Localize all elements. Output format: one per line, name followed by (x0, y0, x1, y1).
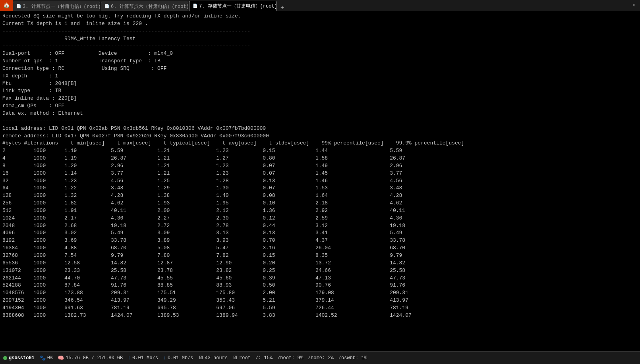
tab-3[interactable]: 📄 7. 存储节点一（甘肃电信）(root)L... × (189, 1, 276, 11)
upload-item: ↑ 0.01 Mb/s (128, 355, 158, 361)
disk-oswbb-item: /oswbb: 1% (338, 355, 367, 361)
config-max-inline: Max inline data : 220[B] (2, 95, 638, 102)
table-row: 2097152 1000 346.54 413.97 349.29 350.43… (2, 297, 638, 304)
tab-1[interactable]: 📄 3. 计算节点一（甘肃电信）(root)Lo (13, 2, 100, 11)
config-rdma-cm: rdma_cm QPs : OFF (2, 102, 638, 110)
config-num-qps: Number of qps : 1 Transport type : IB (2, 58, 638, 65)
disk-home-val: /home: 2% (308, 355, 334, 361)
table-row: 16 1000 1.14 3.77 1.21 1.23 0.07 1.45 3.… (2, 170, 638, 177)
table-row: 512 1000 1.91 40.11 2.00 2.12 1.36 2.92 … (2, 207, 638, 215)
config-dual-port: Dual-port : OFF Device : mlx4_0 (2, 50, 638, 58)
table-row: 64 1000 1.22 3.48 1.29 1.30 0.07 1.53 3.… (2, 185, 638, 192)
config-link-type: Link type : IB (2, 87, 638, 95)
close-window-button[interactable]: × (631, 2, 637, 9)
mem-icon: 🧠 (58, 355, 64, 361)
disk-boot-val: /boot: 9% (277, 355, 303, 361)
table-row: 32 1000 1.23 4.56 1.25 1.28 0.13 1.46 4.… (2, 177, 638, 185)
tab-1-label: 3. 计算节点一（甘肃电信）(root)Lo (23, 3, 100, 10)
separator-2: ----------------------------------------… (2, 42, 638, 50)
time-val: 43 hours (205, 355, 228, 361)
table-row: 2 1000 1.19 5.59 1.21 1.23 0.15 1.44 5.5… (2, 147, 638, 155)
disk-boot-item: /boot: 9% (277, 355, 303, 361)
window-controls: × (631, 2, 640, 9)
table-row: 131072 1000 23.33 25.58 23.78 23.82 0.25… (2, 267, 638, 275)
table-row: 128 1000 1.32 4.28 1.38 1.40 0.08 1.64 4… (2, 192, 638, 200)
time-item: 🖥 43 hours (198, 355, 228, 361)
cpu-item: 🐾 0% (39, 355, 53, 361)
table-row: 32768 1000 7.54 9.79 7.80 7.82 0.15 8.35… (2, 252, 638, 260)
table-row: 1048576 1000 173.88 209.31 175.51 175.80… (2, 289, 638, 297)
table-row: 4194304 1000 691.63 781.19 695.78 697.06… (2, 304, 638, 312)
upload-val: 0.01 Mb/s (132, 355, 158, 361)
table-row: 8388608 1000 1382.73 1424.07 1389.53 138… (2, 312, 638, 320)
tab-2-label: 6. 计算节点六（甘肃电信）(root)Lo (111, 3, 188, 10)
local-address: local address: LID 0x01 QPN 0x02ab PSN 0… (2, 125, 638, 133)
table-row: 262144 1000 44.70 47.73 45.55 45.60 0.39… (2, 275, 638, 282)
separator-3: ----------------------------------------… (2, 117, 638, 125)
disk-root-val: /: 15% (255, 355, 273, 361)
remote-address: remote address: LID 0x17 QPN 0x027f PSN … (2, 133, 638, 140)
table-row: 8 1000 1.20 2.96 1.21 1.23 0.07 1.49 2.9… (2, 162, 638, 170)
download-icon: ↓ (163, 355, 166, 361)
tab-1-icon: 📄 (16, 4, 21, 9)
disk-home-item: /home: 2% (308, 355, 334, 361)
add-tab-button[interactable]: + (277, 4, 287, 11)
tabs-container: 📄 3. 计算节点一（甘肃电信）(root)Lo 📄 6. 计算节点六（甘肃电信… (13, 0, 631, 11)
table-row: 4 1000 1.19 26.87 1.21 1.27 0.80 1.58 26… (2, 155, 638, 162)
mem-item: 🧠 15.76 GB / 251.80 GB (58, 355, 123, 361)
config-data-method: Data ex. method : Ethernet (2, 110, 638, 117)
download-val: 0.01 Mb/s (168, 355, 193, 361)
data-rows-container: 2 1000 1.19 5.59 1.21 1.23 0.15 1.44 5.5… (2, 147, 638, 319)
disk-root-item: /: 15% (255, 355, 273, 361)
user-icon: 🖥 (232, 355, 238, 361)
warning-line-2: Current TX depth is 1 and inline size is… (2, 20, 638, 28)
config-mtu: Mtu : 2048[B] (2, 80, 638, 88)
table-row: 2048 1000 2.68 19.18 2.72 2.78 0.44 3.12… (2, 222, 638, 230)
title-bar: 🏠 📄 3. 计算节点一（甘肃电信）(root)Lo 📄 6. 计算节点六（甘肃… (0, 0, 640, 11)
disk-oswbb-val: /oswbb: 1% (338, 355, 367, 361)
table-row: 16384 1000 4.88 68.70 5.08 5.47 3.16 26.… (2, 245, 638, 252)
terminal-area[interactable]: Requested SQ size might be too big. Try … (0, 11, 640, 351)
home-button[interactable]: 🏠 (0, 0, 13, 11)
separator-1: ----------------------------------------… (2, 28, 638, 35)
table-row: 65536 1000 12.58 14.82 12.87 12.90 0.20 … (2, 260, 638, 267)
clock-icon: 🖥 (198, 355, 203, 361)
table-row: 256 1000 1.82 4.62 1.93 1.95 0.10 2.18 4… (2, 200, 638, 207)
table-row: 8192 1000 3.69 33.78 3.89 3.93 0.70 4.37… (2, 237, 638, 245)
tab-3-icon: 📄 (193, 4, 197, 8)
tab-3-label: 7. 存储节点一（甘肃电信）(root)L... (199, 3, 276, 10)
user-item: 🖥 root (232, 355, 251, 361)
upload-icon: ↑ (128, 355, 131, 361)
separator-end: ----------------------------------------… (2, 320, 638, 327)
col-header: #bytes #iterations t_min[usec] t_max[use… (2, 140, 638, 147)
hostname: gsbssto01 (9, 355, 35, 361)
table-row: 4096 1000 3.02 5.49 3.09 3.13 0.13 3.41 … (2, 229, 638, 237)
tab-2-icon: 📄 (104, 4, 109, 9)
mem-val: 15.76 GB / 251.80 GB (66, 355, 123, 361)
warning-line-1: Requested SQ size might be too big. Try … (2, 13, 638, 20)
table-row: 524288 1000 87.84 91.76 88.85 88.93 0.50… (2, 282, 638, 289)
config-tx-depth: TX depth : 1 (2, 73, 638, 80)
user-val: root (239, 355, 251, 361)
config-conn-type: Connection type : RC Using SRQ : OFF (2, 65, 638, 73)
status-bar: gsbssto01 🐾 0% 🧠 15.76 GB / 251.80 GB ↑ … (0, 351, 640, 364)
download-item: ↓ 0.01 Mb/s (163, 355, 193, 361)
online-indicator (3, 356, 7, 360)
cpu-icon: 🐾 (39, 355, 46, 361)
tab-2[interactable]: 📄 6. 计算节点六（甘肃电信）(root)Lo (101, 2, 188, 11)
hostname-item: gsbssto01 (3, 355, 35, 361)
cpu-val: 0% (47, 355, 53, 361)
test-title: RDMA_Write Latency Test (2, 35, 638, 43)
table-row: 1024 1000 2.17 4.36 2.27 2.30 0.12 2.59 … (2, 215, 638, 222)
